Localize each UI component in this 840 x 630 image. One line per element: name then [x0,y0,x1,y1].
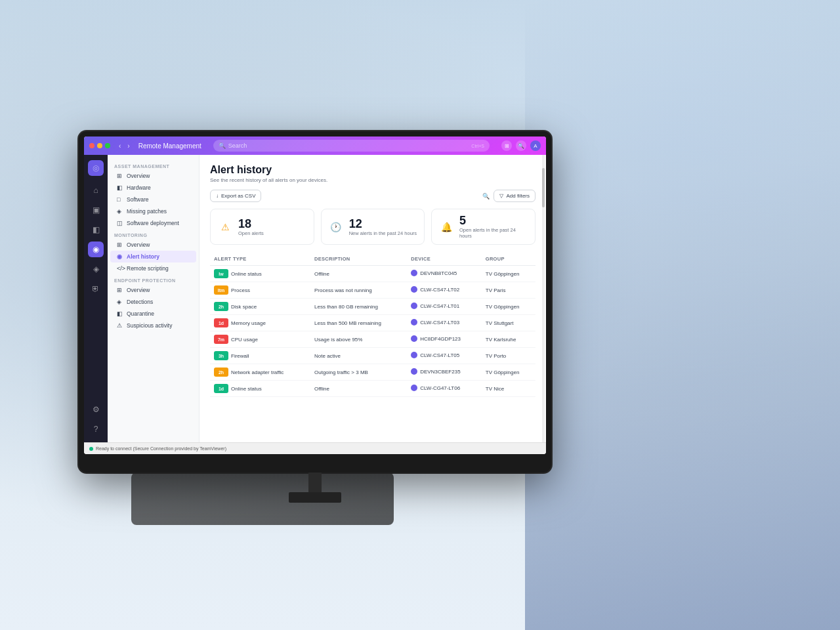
page-title: Alert history [210,164,536,176]
sidebar-item-suspicious[interactable]: ⚠ Suspicious activity [110,320,196,331]
asset-management-section: ASSET MANAGEMENT [108,160,199,170]
col-alert-type: Alert type [210,253,310,266]
scripting-icon: </> [117,265,123,272]
device-dot [411,335,417,342]
table-row[interactable]: 2h Disk space Less than 80 GB remaining … [210,299,536,315]
search-shortcut: Ctrl+S [471,144,484,148]
search-bar[interactable]: 🔍 Search Ctrl+S [213,140,490,152]
monitor-icon[interactable]: ◧ [88,222,104,238]
software-icon: □ [117,196,123,203]
stats-row: ⚠ 18 Open alerts 🕐 12 New alerts in the … [210,209,536,245]
cell-device: DEVN3CBEF235 [407,364,482,381]
devices-icon[interactable]: ▣ [88,202,104,218]
ep-overview-label: Overview [127,287,150,293]
alert-type-text: Network adapter traffic [231,369,284,375]
cell-description: Less than 500 MB remaining [310,315,407,331]
maximize-dot[interactable] [105,143,110,148]
sidebar-item-alert-history[interactable]: ◉ Alert history [110,251,196,262]
monitor-stand [289,472,341,512]
forward-button[interactable]: › [125,142,131,150]
new-alerts-icon: 🕐 [328,219,344,235]
cell-description: Offline [310,266,407,282]
software-label: Software [127,196,149,203]
sidebar-item-missing-patches[interactable]: ◈ Missing patches [110,205,196,217]
severity-badge: 7m [214,335,228,344]
cell-alert-type: 2h Network adapter traffic [210,364,310,381]
filter-label: Add filters [506,193,530,199]
cell-alert-type: lw Online status [210,266,310,282]
minimize-dot[interactable] [97,143,102,148]
cell-description: Note active [310,348,407,364]
cell-group: TV Göppingen [482,364,536,381]
sidebar-item-detections[interactable]: ◈ Detections [110,296,196,308]
add-filters-button[interactable]: ▽ Add filters [494,190,536,202]
device-id: CLW-CS47-LT03 [420,320,459,326]
alert-table: Alert type Description Device Group lw O… [210,253,536,397]
monitor-frame: ‹ › Remote Management 🔍 Search Ctrl+S ⊞ … [79,131,551,472]
device-id: CLW-CG47-LT06 [420,385,460,391]
grid-icon[interactable]: ⊞ [501,140,512,151]
alerts-icon[interactable]: ◉ [88,242,104,257]
sidebar-item-mon-overview[interactable]: ⊞ Overview [110,239,196,251]
device-id: HC8DF4GDP123 [420,336,461,342]
export-icon: ↓ [216,193,219,199]
cell-alert-type: 3h Firewall [210,348,310,364]
severity-badge: 3h [214,351,228,360]
new-alerts-number: 12 [349,218,417,230]
table-row[interactable]: 1d Memory usage Less than 500 MB remaini… [210,315,536,331]
cell-group: TV Göppingen [482,266,536,282]
device-dot [411,368,417,375]
table-row[interactable]: 7m CPU usage Usage is above 95% HC8DF4GD… [210,331,536,348]
cell-group: TV Nice [482,381,536,397]
settings-icon[interactable]: ⚙ [88,402,104,417]
sidebar-item-ep-overview[interactable]: ⊞ Overview [110,284,196,296]
detections-label: Detections [127,299,153,305]
cell-device: CLW-CS47-LT02 [407,282,482,299]
open-alerts-number: 18 [238,218,264,230]
help-icon[interactable]: ? [88,421,104,437]
scrollbar-thumb[interactable] [542,168,545,207]
col-group: Group [482,253,536,266]
sidebar-item-software[interactable]: □ Software [110,194,196,205]
user-avatar[interactable]: A [530,140,541,151]
sidebar-item-quarantine[interactable]: ◧ Quarantine [110,308,196,320]
severity-badge: Itm [214,285,228,295]
title-bar: ‹ › Remote Management 🔍 Search Ctrl+S ⊞ … [84,136,546,155]
export-csv-button[interactable]: ↓ Export as CSV [210,190,261,202]
sidebar-item-overview[interactable]: ⊞ Overview [110,170,196,182]
cell-device: CLW-CS47-LT05 [407,348,482,364]
ep-overview-icon: ⊞ [117,287,123,293]
deployment-label: Software deployment [127,220,179,226]
device-dot [411,303,417,309]
shield-icon[interactable]: ⛨ [88,281,104,297]
diamond-icon[interactable]: ◈ [88,261,104,277]
table-row[interactable]: Itm Process Process was not running CLW-… [210,282,536,299]
close-dot[interactable] [89,143,94,148]
cell-device: DEVNB8TC045 [407,266,482,282]
deployment-icon: ◫ [117,220,123,226]
search-placeholder: Search [228,142,247,149]
cell-group: TV Karlsruhe [482,331,536,348]
table-row[interactable]: 1d Online status Offline CLW-CG47-LT06 T… [210,381,536,397]
severity-badge: 2h [214,368,228,377]
person-right [525,0,840,630]
icon-rail: ◎ ⌂ ▣ ◧ ◉ ◈ ⛨ ⚙ ? [84,155,108,442]
cell-group: TV Göppingen [482,299,536,315]
sidebar-item-remote-scripting[interactable]: </> Remote scripting [110,262,196,274]
device-dot [411,270,417,276]
back-button[interactable]: ‹ [117,142,123,150]
sidebar-item-software-deployment[interactable]: ◫ Software deployment [110,217,196,229]
sidebar-item-hardware[interactable]: ◧ Hardware [110,182,196,194]
alert-type-text: CPU usage [231,337,258,343]
cell-description: Usage is above 95% [310,331,407,348]
table-row[interactable]: lw Online status Offline DEVNB8TC045 TV … [210,266,536,282]
monitoring-section: MONITORING [108,229,199,239]
search-action-icon[interactable]: 🔍 [516,140,526,151]
screen: ‹ › Remote Management 🔍 Search Ctrl+S ⊞ … [84,136,546,454]
main-content: Alert history See the recent history of … [200,155,546,442]
table-row[interactable]: 2h Network adapter traffic Outgoing traf… [210,364,536,381]
device-dot [411,352,417,358]
home-icon[interactable]: ⌂ [88,182,104,198]
export-label: Export as CSV [221,193,255,199]
table-row[interactable]: 3h Firewall Note active CLW-CS47-LT05 TV… [210,348,536,364]
